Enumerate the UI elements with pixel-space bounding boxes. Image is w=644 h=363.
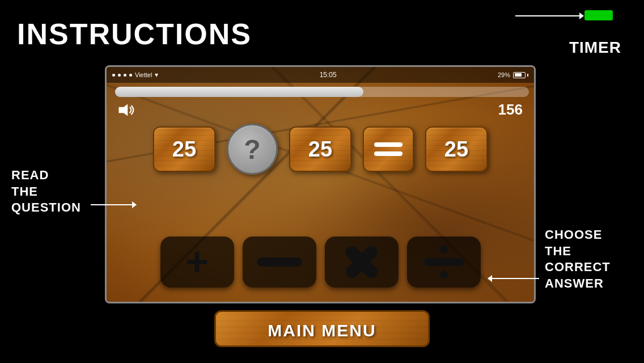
question-area: 25 ? 25 25 [107,124,534,175]
divide-icon [424,246,464,278]
battery-fill [515,73,522,77]
plus-button[interactable]: + [160,237,234,288]
status-bar: Viettel ▾ 15:05 29% [107,67,534,83]
answer-tile-2[interactable]: 25 [425,126,488,172]
status-time: 15:05 [320,71,337,79]
signal-dot-2 [118,74,121,77]
plus-icon: + [185,242,209,282]
multiply-button[interactable] [325,237,399,288]
equals-bar-top [374,142,402,147]
progress-bar-fill [115,87,363,97]
equals-bar-bottom [374,151,402,156]
progress-bar-container [115,87,529,97]
choose-answer-label: CHOOSETHECORRECTANSWER [545,227,635,292]
operators-row: + [107,237,534,288]
timer-label: TIMER [569,39,621,57]
divide-button[interactable] [407,237,481,288]
choose-answer-arrow [488,278,539,279]
equals-tile [363,126,414,172]
divide-bar [424,258,464,266]
svg-marker-0 [119,104,128,116]
answer-tile-1[interactable]: 25 [289,126,351,172]
question-mark-circle: ? [227,124,278,175]
minus-button[interactable] [243,237,316,288]
battery-percent: 29% [498,71,510,78]
status-carrier: Viettel ▾ [112,71,158,79]
battery-tip [527,74,528,77]
battery-icon [513,72,528,78]
battery-body [513,72,526,78]
minus-icon [257,258,302,267]
divide-dot-bottom [440,271,448,278]
read-question-label: READTHEQUESTION [11,167,81,216]
signal-dot-4 [129,74,132,77]
page-title: INSTRUCTIONS [17,17,252,51]
number-tile-left[interactable]: 25 [153,126,215,172]
timer-indicator [584,10,613,20]
main-menu-button[interactable]: MAIN MENU [214,310,430,347]
timer-arrow-line [515,15,583,16]
sound-button[interactable] [117,102,137,119]
signal-dot-3 [124,74,126,77]
divide-dot-top [440,246,448,254]
read-question-arrow [91,204,136,205]
sound-icon [117,102,137,118]
game-screen: Viettel ▾ 15:05 29% 156 25 [105,65,536,303]
signal-dot-1 [112,74,115,77]
status-battery: 29% [498,71,528,78]
multiply-icon [342,242,382,282]
score-display: 156 [498,101,523,119]
wifi-icon: ▾ [155,71,158,79]
carrier-name: Viettel [135,71,152,78]
